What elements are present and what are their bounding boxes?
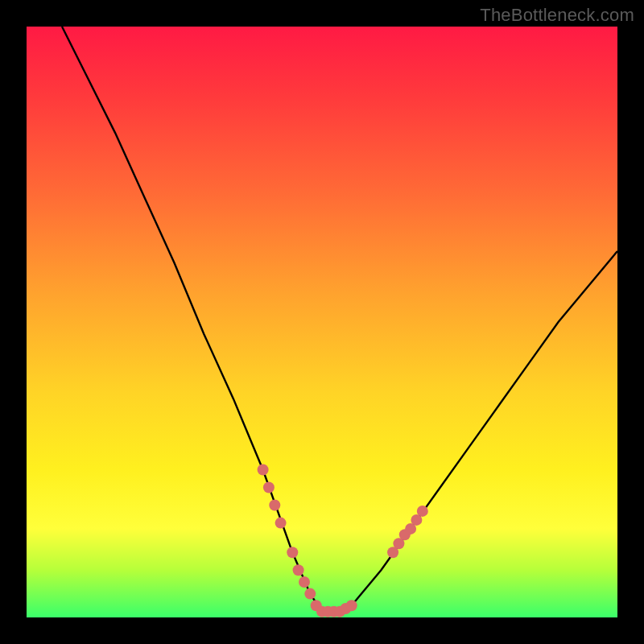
watermark-text: TheBottleneck.com xyxy=(480,5,634,26)
chart-frame: TheBottleneck.com xyxy=(0,0,644,644)
marker-dot xyxy=(293,564,304,576)
marker-group xyxy=(258,464,428,617)
marker-dot xyxy=(346,600,357,611)
marker-dot xyxy=(269,500,280,511)
plot-area xyxy=(27,27,617,617)
marker-dot xyxy=(258,464,269,476)
marker-dot xyxy=(263,482,275,493)
curve-svg xyxy=(27,27,617,617)
marker-dot xyxy=(287,547,298,558)
marker-dot xyxy=(304,588,316,600)
marker-dot xyxy=(275,518,287,529)
bottleneck-curve xyxy=(62,27,617,612)
marker-dot xyxy=(417,506,428,517)
marker-dot xyxy=(299,576,310,588)
